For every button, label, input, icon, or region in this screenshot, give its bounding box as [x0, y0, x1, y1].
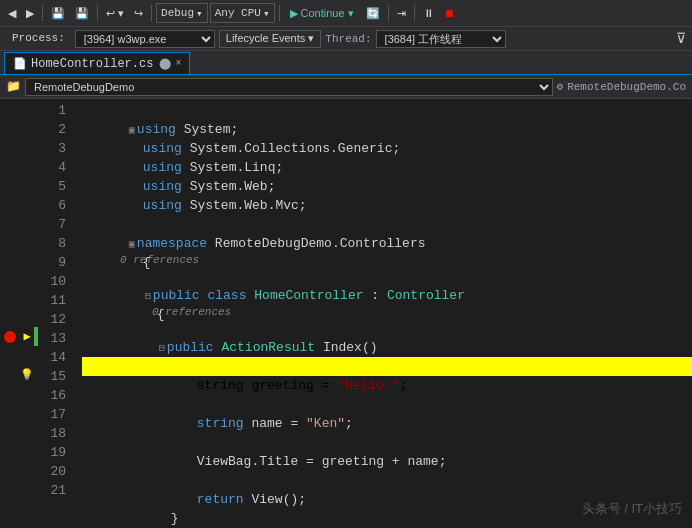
indicator-6 [0, 194, 20, 213]
indicator-9 [0, 251, 20, 270]
debug-label: Debug [161, 7, 194, 19]
indicator-2 [0, 118, 20, 137]
indicator-10 [0, 270, 20, 289]
play-icon: ▶ [290, 7, 298, 20]
ref-method: 0 references [82, 305, 692, 319]
code-line-16 [82, 414, 692, 433]
code-line-3: using System.Linq; [82, 139, 692, 158]
ln-20: 20 [38, 462, 66, 481]
indicator-12 [0, 308, 20, 327]
ln-11: 11 [38, 291, 66, 310]
code-line-8: { [82, 234, 692, 253]
si-5 [20, 175, 34, 194]
code-line-1: ▣using System; [82, 101, 692, 120]
pause-button[interactable]: ⏸ [419, 3, 438, 23]
back-button[interactable]: ◀ [4, 3, 20, 23]
indicator-8 [0, 232, 20, 251]
separator-3 [151, 5, 152, 21]
stop-button[interactable]: ⏹ [440, 3, 459, 23]
code-line-5: using System.Web.Mvc; [82, 177, 692, 196]
tab-label: HomeController.cs [31, 57, 153, 71]
code-line-14 [82, 376, 692, 395]
indicator-19 [0, 441, 20, 460]
ln-13: 13 [38, 329, 66, 348]
ln-6: 6 [38, 196, 66, 215]
si-13: ▶ [20, 327, 34, 346]
code-line-12: { [82, 338, 692, 357]
ln-18: 18 [38, 424, 66, 443]
ln-5: 5 [38, 177, 66, 196]
ln-1: 1 [38, 101, 66, 120]
si-6 [20, 194, 34, 213]
ln-21: 21 [38, 481, 66, 500]
si-9 [20, 251, 34, 270]
code-line-19: return View(); [82, 471, 692, 490]
tab-close-button[interactable]: × [175, 58, 181, 69]
solution-dropdown[interactable]: RemoteDebugDemo [25, 78, 553, 96]
ln-10: 10 [38, 272, 66, 291]
code-line-4: using System.Web; [82, 158, 692, 177]
tab-modified-indicator: ⬤ [159, 57, 171, 70]
ln-2: 2 [38, 120, 66, 139]
ln-19: 19 [38, 443, 66, 462]
code-line-18 [82, 452, 692, 471]
code-line-2: using System.Collections.Generic; [82, 120, 692, 139]
tab-homecontroller[interactable]: 📄 HomeController.cs ⬤ × [4, 52, 190, 74]
indicator-7 [0, 213, 20, 232]
ln-8: 8 [38, 234, 66, 253]
si-3 [20, 137, 34, 156]
debug-dropdown[interactable]: Debug ▾ [156, 3, 208, 23]
breakpoint-dot-13[interactable] [4, 331, 16, 343]
code-line-9: ⊟public class HomeController : Controlle… [82, 267, 692, 286]
code-line-15: string name = "Ken"; [82, 395, 692, 414]
separator-5 [388, 5, 389, 21]
code-line-7: ▣namespace RemoteDebugDemo.Controllers [82, 215, 692, 234]
thread-label: Thread: [325, 33, 371, 45]
solution-right: ⚙ RemoteDebugDemo.Co [557, 80, 686, 93]
main-toolbar: ◀ ▶ 💾 💾 ↩ ▾ ↪ Debug ▾ Any CPU ▾ ▶ Contin… [0, 0, 692, 27]
indicator-5 [0, 175, 20, 194]
process-label: Process: [6, 27, 71, 51]
ln-12: 12 [38, 310, 66, 329]
save-all-button[interactable]: 💾 [71, 3, 93, 23]
solution-bar: 📁 RemoteDebugDemo ⚙ RemoteDebugDemo.Co [0, 75, 692, 99]
solution-icon: 📁 [6, 79, 21, 94]
lightbulb-icon[interactable]: 💡 [20, 368, 34, 381]
si-12 [20, 308, 34, 327]
code-line-13: string greeting = "Hello "; [82, 357, 692, 376]
indicator-column [0, 99, 20, 528]
lifecycle-button[interactable]: Lifecycle Events ▾ [219, 30, 322, 48]
indicator-17 [0, 403, 20, 422]
indicator-1 [0, 99, 20, 118]
refresh-button[interactable]: 🔄 [362, 3, 384, 23]
si-10 [20, 270, 34, 289]
ln-3: 3 [38, 139, 66, 158]
save-button[interactable]: 💾 [47, 3, 69, 23]
indicator-3 [0, 137, 20, 156]
si-15: 💡 [20, 365, 34, 384]
si-11 [20, 289, 34, 308]
forward-button[interactable]: ▶ [22, 3, 38, 23]
line-numbers: 1 2 3 4 5 6 7 8 9 10 11 12 13 14 15 16 1… [38, 99, 74, 528]
tab-bar: 📄 HomeController.cs ⬤ × [0, 51, 692, 75]
continue-button[interactable]: ▶ Continue ▾ [284, 3, 360, 23]
redo-button[interactable]: ↪ [130, 3, 147, 23]
ln-17: 17 [38, 405, 66, 424]
process-dropdown[interactable]: [3964] w3wp.exe [75, 30, 215, 48]
ln-15: 15 [38, 367, 66, 386]
watermark: 头条号 / IT小技巧 [582, 500, 682, 518]
filter-icon[interactable]: ⊽ [676, 30, 686, 47]
thread-dropdown[interactable]: [3684] 工作线程 [376, 30, 506, 48]
indicator-13[interactable] [0, 327, 20, 346]
si-7 [20, 213, 34, 232]
undo-button[interactable]: ↩ ▾ [102, 3, 128, 23]
file-icon: 📄 [13, 57, 27, 70]
step-icon[interactable]: ⇥ [393, 3, 410, 23]
separator-1 [42, 5, 43, 21]
ln-16: 16 [38, 386, 66, 405]
cpu-dropdown[interactable]: Any CPU ▾ [210, 3, 275, 23]
code-area[interactable]: ▣using System; using System.Collections.… [74, 99, 692, 528]
indicator-20 [0, 460, 20, 479]
si-14 [20, 346, 34, 365]
lifecycle-label: Lifecycle Events [226, 32, 305, 44]
